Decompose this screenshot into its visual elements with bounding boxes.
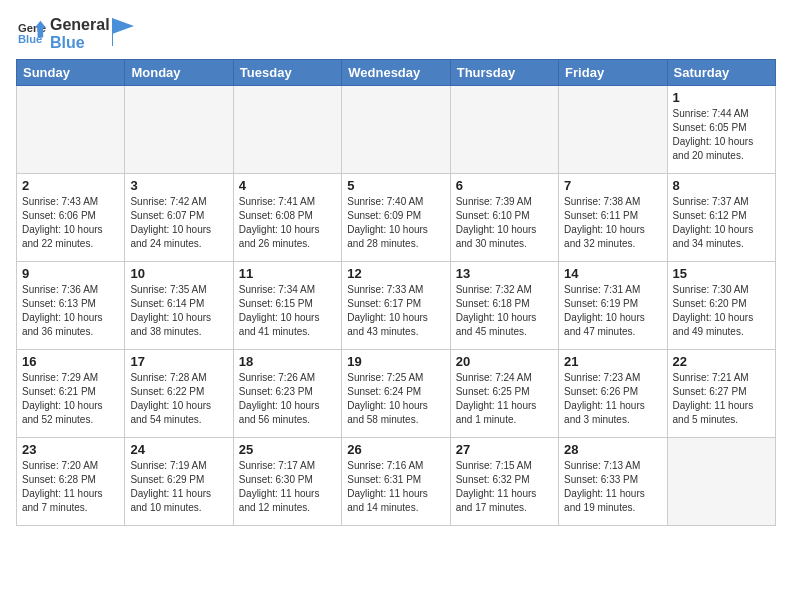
calendar-cell <box>559 86 667 174</box>
calendar-cell: 18Sunrise: 7:26 AM Sunset: 6:23 PM Dayli… <box>233 350 341 438</box>
day-info: Sunrise: 7:44 AM Sunset: 6:05 PM Dayligh… <box>673 107 770 163</box>
day-number: 17 <box>130 354 227 369</box>
calendar-cell: 7Sunrise: 7:38 AM Sunset: 6:11 PM Daylig… <box>559 174 667 262</box>
day-number: 5 <box>347 178 444 193</box>
calendar-cell: 22Sunrise: 7:21 AM Sunset: 6:27 PM Dayli… <box>667 350 775 438</box>
logo: General Blue General Blue <box>16 16 134 51</box>
calendar-cell: 24Sunrise: 7:19 AM Sunset: 6:29 PM Dayli… <box>125 438 233 526</box>
calendar-cell: 12Sunrise: 7:33 AM Sunset: 6:17 PM Dayli… <box>342 262 450 350</box>
calendar-cell: 16Sunrise: 7:29 AM Sunset: 6:21 PM Dayli… <box>17 350 125 438</box>
calendar-cell <box>450 86 558 174</box>
day-number: 8 <box>673 178 770 193</box>
calendar-cell: 1Sunrise: 7:44 AM Sunset: 6:05 PM Daylig… <box>667 86 775 174</box>
calendar-cell: 5Sunrise: 7:40 AM Sunset: 6:09 PM Daylig… <box>342 174 450 262</box>
calendar-cell: 11Sunrise: 7:34 AM Sunset: 6:15 PM Dayli… <box>233 262 341 350</box>
day-number: 15 <box>673 266 770 281</box>
weekday-header-thursday: Thursday <box>450 60 558 86</box>
calendar-cell: 25Sunrise: 7:17 AM Sunset: 6:30 PM Dayli… <box>233 438 341 526</box>
day-info: Sunrise: 7:28 AM Sunset: 6:22 PM Dayligh… <box>130 371 227 427</box>
calendar-cell: 13Sunrise: 7:32 AM Sunset: 6:18 PM Dayli… <box>450 262 558 350</box>
day-info: Sunrise: 7:42 AM Sunset: 6:07 PM Dayligh… <box>130 195 227 251</box>
day-number: 9 <box>22 266 119 281</box>
day-info: Sunrise: 7:35 AM Sunset: 6:14 PM Dayligh… <box>130 283 227 339</box>
weekday-header-row: SundayMondayTuesdayWednesdayThursdayFrid… <box>17 60 776 86</box>
calendar-cell: 2Sunrise: 7:43 AM Sunset: 6:06 PM Daylig… <box>17 174 125 262</box>
day-info: Sunrise: 7:43 AM Sunset: 6:06 PM Dayligh… <box>22 195 119 251</box>
day-number: 21 <box>564 354 661 369</box>
week-row-2: 2Sunrise: 7:43 AM Sunset: 6:06 PM Daylig… <box>17 174 776 262</box>
day-info: Sunrise: 7:25 AM Sunset: 6:24 PM Dayligh… <box>347 371 444 427</box>
day-number: 6 <box>456 178 553 193</box>
calendar-cell: 20Sunrise: 7:24 AM Sunset: 6:25 PM Dayli… <box>450 350 558 438</box>
day-number: 13 <box>456 266 553 281</box>
logo-icon: General Blue <box>18 18 46 46</box>
day-info: Sunrise: 7:24 AM Sunset: 6:25 PM Dayligh… <box>456 371 553 427</box>
calendar-cell: 21Sunrise: 7:23 AM Sunset: 6:26 PM Dayli… <box>559 350 667 438</box>
day-info: Sunrise: 7:34 AM Sunset: 6:15 PM Dayligh… <box>239 283 336 339</box>
calendar-table: SundayMondayTuesdayWednesdayThursdayFrid… <box>16 59 776 526</box>
weekday-header-friday: Friday <box>559 60 667 86</box>
calendar-cell: 15Sunrise: 7:30 AM Sunset: 6:20 PM Dayli… <box>667 262 775 350</box>
calendar-cell: 10Sunrise: 7:35 AM Sunset: 6:14 PM Dayli… <box>125 262 233 350</box>
weekday-header-sunday: Sunday <box>17 60 125 86</box>
calendar-cell <box>667 438 775 526</box>
weekday-header-wednesday: Wednesday <box>342 60 450 86</box>
week-row-3: 9Sunrise: 7:36 AM Sunset: 6:13 PM Daylig… <box>17 262 776 350</box>
day-number: 23 <box>22 442 119 457</box>
week-row-5: 23Sunrise: 7:20 AM Sunset: 6:28 PM Dayli… <box>17 438 776 526</box>
logo-general: General <box>50 16 110 34</box>
day-number: 4 <box>239 178 336 193</box>
day-number: 7 <box>564 178 661 193</box>
day-number: 16 <box>22 354 119 369</box>
day-number: 18 <box>239 354 336 369</box>
day-number: 3 <box>130 178 227 193</box>
day-number: 24 <box>130 442 227 457</box>
day-number: 11 <box>239 266 336 281</box>
day-number: 1 <box>673 90 770 105</box>
calendar-cell: 6Sunrise: 7:39 AM Sunset: 6:10 PM Daylig… <box>450 174 558 262</box>
day-number: 19 <box>347 354 444 369</box>
day-number: 2 <box>22 178 119 193</box>
day-info: Sunrise: 7:33 AM Sunset: 6:17 PM Dayligh… <box>347 283 444 339</box>
calendar-cell: 19Sunrise: 7:25 AM Sunset: 6:24 PM Dayli… <box>342 350 450 438</box>
day-info: Sunrise: 7:21 AM Sunset: 6:27 PM Dayligh… <box>673 371 770 427</box>
calendar-cell <box>125 86 233 174</box>
calendar-cell: 27Sunrise: 7:15 AM Sunset: 6:32 PM Dayli… <box>450 438 558 526</box>
day-info: Sunrise: 7:15 AM Sunset: 6:32 PM Dayligh… <box>456 459 553 515</box>
calendar-cell: 28Sunrise: 7:13 AM Sunset: 6:33 PM Dayli… <box>559 438 667 526</box>
calendar-cell: 4Sunrise: 7:41 AM Sunset: 6:08 PM Daylig… <box>233 174 341 262</box>
day-info: Sunrise: 7:36 AM Sunset: 6:13 PM Dayligh… <box>22 283 119 339</box>
day-info: Sunrise: 7:41 AM Sunset: 6:08 PM Dayligh… <box>239 195 336 251</box>
week-row-4: 16Sunrise: 7:29 AM Sunset: 6:21 PM Dayli… <box>17 350 776 438</box>
day-info: Sunrise: 7:13 AM Sunset: 6:33 PM Dayligh… <box>564 459 661 515</box>
logo-blue: Blue <box>50 34 110 52</box>
calendar-cell <box>233 86 341 174</box>
logo-flag-icon <box>112 18 134 46</box>
day-number: 22 <box>673 354 770 369</box>
day-number: 20 <box>456 354 553 369</box>
day-info: Sunrise: 7:29 AM Sunset: 6:21 PM Dayligh… <box>22 371 119 427</box>
day-info: Sunrise: 7:19 AM Sunset: 6:29 PM Dayligh… <box>130 459 227 515</box>
day-info: Sunrise: 7:31 AM Sunset: 6:19 PM Dayligh… <box>564 283 661 339</box>
day-info: Sunrise: 7:20 AM Sunset: 6:28 PM Dayligh… <box>22 459 119 515</box>
day-info: Sunrise: 7:23 AM Sunset: 6:26 PM Dayligh… <box>564 371 661 427</box>
calendar-cell <box>342 86 450 174</box>
day-number: 25 <box>239 442 336 457</box>
day-info: Sunrise: 7:39 AM Sunset: 6:10 PM Dayligh… <box>456 195 553 251</box>
svg-marker-3 <box>112 18 134 34</box>
day-number: 14 <box>564 266 661 281</box>
calendar-cell: 3Sunrise: 7:42 AM Sunset: 6:07 PM Daylig… <box>125 174 233 262</box>
calendar-cell: 17Sunrise: 7:28 AM Sunset: 6:22 PM Dayli… <box>125 350 233 438</box>
calendar-cell: 14Sunrise: 7:31 AM Sunset: 6:19 PM Dayli… <box>559 262 667 350</box>
day-info: Sunrise: 7:17 AM Sunset: 6:30 PM Dayligh… <box>239 459 336 515</box>
day-info: Sunrise: 7:30 AM Sunset: 6:20 PM Dayligh… <box>673 283 770 339</box>
calendar-cell: 8Sunrise: 7:37 AM Sunset: 6:12 PM Daylig… <box>667 174 775 262</box>
week-row-1: 1Sunrise: 7:44 AM Sunset: 6:05 PM Daylig… <box>17 86 776 174</box>
calendar-cell: 9Sunrise: 7:36 AM Sunset: 6:13 PM Daylig… <box>17 262 125 350</box>
calendar-cell: 23Sunrise: 7:20 AM Sunset: 6:28 PM Dayli… <box>17 438 125 526</box>
weekday-header-tuesday: Tuesday <box>233 60 341 86</box>
day-number: 27 <box>456 442 553 457</box>
weekday-header-saturday: Saturday <box>667 60 775 86</box>
day-info: Sunrise: 7:26 AM Sunset: 6:23 PM Dayligh… <box>239 371 336 427</box>
day-info: Sunrise: 7:38 AM Sunset: 6:11 PM Dayligh… <box>564 195 661 251</box>
